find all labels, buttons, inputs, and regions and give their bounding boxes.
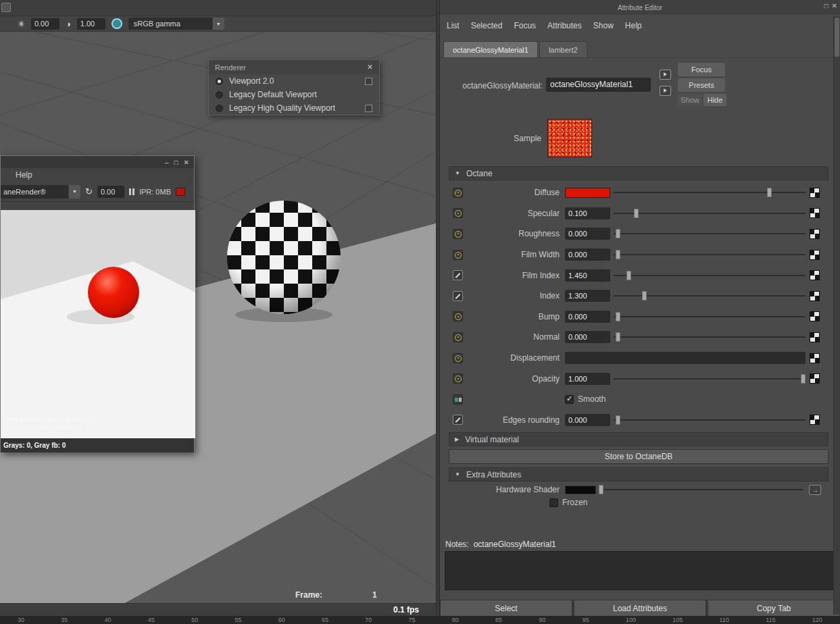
radio-icon[interactable]	[216, 78, 223, 85]
bump-field[interactable]: 0.000	[565, 311, 610, 323]
select-button[interactable]: Select	[440, 600, 572, 617]
chevron-down-icon[interactable]: ▼	[212, 18, 224, 30]
menu-help[interactable]: Help	[16, 170, 32, 180]
maximize-icon[interactable]: □	[174, 159, 178, 166]
frozen-checkbox[interactable]	[549, 498, 558, 507]
slider-handle[interactable]	[801, 374, 806, 384]
film-index-field[interactable]: 1.450	[565, 269, 610, 282]
texture-map-button[interactable]	[810, 311, 820, 321]
roughness-slider[interactable]	[614, 228, 806, 239]
film-width-slider[interactable]	[614, 249, 806, 260]
menu-focus[interactable]: Focus	[514, 21, 536, 30]
focus-button[interactable]: Focus	[678, 63, 725, 76]
connection-icon[interactable]	[660, 70, 671, 80]
radio-icon[interactable]	[216, 91, 223, 99]
renderer-item-checkbox[interactable]	[365, 105, 372, 112]
dot-icon[interactable]	[453, 353, 463, 363]
radio-icon[interactable]	[216, 105, 223, 112]
render-color-swatch[interactable]	[176, 188, 185, 196]
gamma-icon[interactable]: ◑	[66, 20, 71, 28]
show-button[interactable]: Show	[678, 94, 702, 106]
index-field[interactable]: 1.300	[565, 290, 610, 302]
pause-icon[interactable]	[129, 188, 134, 195]
tab-lambert2[interactable]: lambert2	[539, 41, 587, 57]
exposure-field[interactable]: 0.00	[31, 18, 59, 30]
bump-slider[interactable]	[614, 311, 806, 322]
diffuse-color-swatch[interactable]	[565, 188, 610, 198]
film-width-field[interactable]: 0.000	[565, 249, 610, 261]
section-virtual-material[interactable]: ▶ Virtual material	[449, 432, 829, 446]
normal-slider[interactable]	[614, 332, 806, 342]
dot-icon[interactable]	[453, 311, 463, 321]
edges-rounding-field[interactable]: 0.000	[565, 414, 610, 426]
dot-icon[interactable]	[453, 188, 463, 198]
exposure-icon[interactable]: ✳	[18, 20, 25, 28]
slider-handle[interactable]	[599, 485, 603, 494]
texture-map-button[interactable]	[810, 250, 820, 260]
load-attributes-button[interactable]: Load Attributes	[574, 600, 706, 617]
specular-field[interactable]: 0.100	[565, 207, 610, 219]
renderer-item-legacy-high-quality-viewport[interactable]: Legacy High Quality Viewport	[209, 101, 379, 115]
close-icon[interactable]: ✕	[832, 3, 837, 9]
chevron-down-icon[interactable]: ▼	[68, 185, 80, 199]
panel-menu-icon[interactable]	[1, 3, 11, 12]
presets-button[interactable]: Presets	[678, 78, 725, 92]
texture-map-button[interactable]	[810, 291, 820, 301]
texture-map-button[interactable]	[810, 373, 820, 384]
out-connection-icon[interactable]: →	[809, 485, 821, 495]
hardware-shader-swatch[interactable]	[565, 486, 596, 494]
menu-attributes[interactable]: Attributes	[547, 21, 582, 30]
roughness-field[interactable]: 0.000	[565, 228, 610, 240]
texture-map-button[interactable]	[810, 353, 820, 363]
slider-handle[interactable]	[634, 209, 639, 218]
renderer-dropdown[interactable]: aneRender® ▼	[1, 185, 80, 199]
colorspace-dropdown[interactable]: sRGB gamma ▼	[128, 18, 224, 30]
dock-icon[interactable]: □	[824, 3, 829, 9]
render-exposure-field[interactable]: 0.00	[97, 186, 124, 198]
slider-handle[interactable]	[616, 312, 620, 321]
smooth-checkbox[interactable]	[565, 395, 574, 404]
scrollbar-thumb[interactable]	[835, 18, 839, 57]
renderer-item-viewport-2-0[interactable]: Viewport 2.0	[209, 74, 379, 88]
specular-slider[interactable]	[614, 208, 806, 219]
section-octane[interactable]: ▼ Octane	[449, 166, 829, 180]
slider-handle[interactable]	[616, 250, 620, 259]
menu-help[interactable]: Help	[625, 21, 642, 30]
dot-icon[interactable]	[453, 208, 463, 218]
connection-icon[interactable]	[660, 86, 671, 96]
node-name-field[interactable]: octaneGlossyMaterial1	[546, 78, 651, 92]
minimize-icon[interactable]: –	[165, 159, 169, 166]
close-icon[interactable]: ✕	[184, 159, 189, 166]
squares-icon[interactable]	[453, 394, 463, 405]
edges-rounding-slider[interactable]	[614, 415, 806, 425]
slider-handle[interactable]	[626, 271, 631, 280]
texture-map-button[interactable]	[810, 270, 820, 280]
gamma-field[interactable]: 1.00	[77, 18, 105, 30]
slider-handle[interactable]	[642, 291, 647, 301]
scrollbar[interactable]	[833, 16, 840, 615]
close-icon[interactable]: ✕	[367, 63, 373, 72]
texture-map-button[interactable]	[810, 332, 820, 342]
texture-map-button[interactable]	[810, 229, 820, 239]
pen-icon[interactable]	[453, 270, 463, 280]
slider-handle[interactable]	[616, 415, 620, 425]
dot-icon[interactable]	[453, 250, 463, 260]
renderer-item-legacy-default-viewport[interactable]: Legacy Default Viewport	[209, 88, 379, 101]
hide-button[interactable]: Hide	[703, 94, 726, 106]
pen-icon[interactable]	[453, 415, 463, 425]
store-to-octanedb-button[interactable]: Store to OctaneDB	[449, 449, 829, 464]
notes-textarea[interactable]	[445, 551, 835, 590]
normal-field[interactable]: 0.000	[565, 331, 610, 343]
dot-icon[interactable]	[453, 373, 463, 384]
pen-icon[interactable]	[453, 291, 463, 301]
texture-map-button[interactable]	[810, 415, 820, 425]
texture-map-button[interactable]	[810, 188, 820, 198]
renderer-item-checkbox[interactable]	[365, 78, 372, 85]
copy-tab-button[interactable]: Copy Tab	[708, 600, 840, 617]
material-sample-swatch[interactable]	[547, 119, 592, 157]
opacity-field[interactable]: 1.000	[565, 373, 610, 385]
slider-handle[interactable]	[616, 229, 620, 238]
menu-show[interactable]: Show	[593, 21, 614, 30]
section-extra-attributes[interactable]: ▼ Extra Attributes	[449, 467, 829, 482]
texture-map-button[interactable]	[810, 208, 820, 218]
